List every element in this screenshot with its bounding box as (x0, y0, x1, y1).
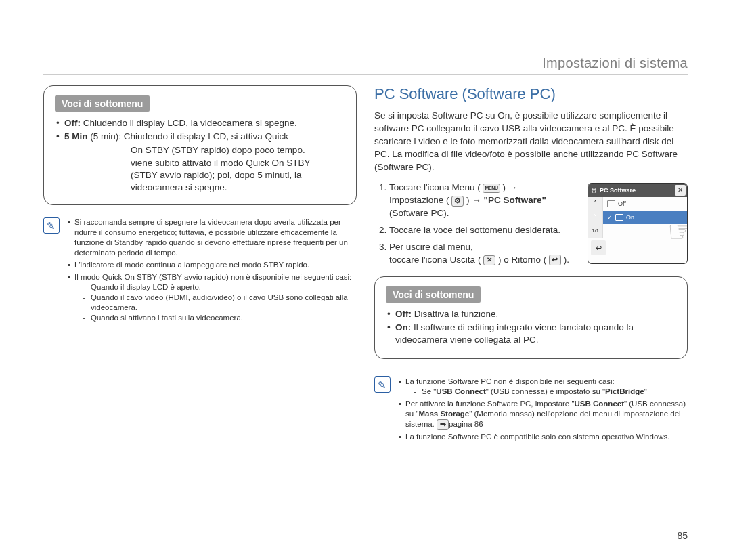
dash-3: Quando si attivano i tasti sulla videoca… (83, 313, 357, 323)
note-block-left: Si raccomanda sempre di spegnere la vide… (43, 217, 357, 324)
screen-down-button[interactable]: ˅ (588, 211, 603, 224)
note-body-right: La funzione Software PC non è disponibil… (397, 376, 688, 444)
note-icon-r (374, 376, 391, 393)
close-icon (483, 255, 495, 265)
d1d: PictBridge (605, 387, 644, 395)
screen-titlebar: ⚙ PC Software ✕ (588, 184, 687, 197)
note-body-left: Si raccomanda sempre di spegnere la vide… (66, 217, 357, 324)
s1c: Impostazione ( (389, 195, 449, 205)
submenu-item-5min: 5 Min (5 min): Chiudendo il display LCD,… (55, 131, 345, 143)
off-icon (607, 200, 615, 207)
r-off-text: Disattiva la funzione. (412, 309, 498, 319)
s1e-bold: "PC Software" (484, 195, 546, 205)
screen-row-off: ˄ Off (588, 197, 687, 211)
on-label: On (626, 214, 634, 221)
screen-row-page: 1/1 (588, 224, 687, 238)
cont-l3: viene subito attivato il modo Quick On S… (55, 157, 345, 169)
n2f: pagina 86 (449, 420, 483, 428)
on-check-icon: ✓ (607, 214, 613, 221)
menu-icon (483, 184, 500, 193)
on-icon (615, 214, 623, 221)
link-icon (437, 419, 449, 430)
s1e-rest: (Software PC). (389, 208, 449, 218)
dash-2: Quando il cavo video (HDMI, audio/video)… (83, 293, 357, 313)
screen-up-button[interactable]: ˄ (588, 197, 603, 211)
off-label: Off (618, 200, 626, 207)
d1b: USB Connect (436, 387, 485, 395)
s3d: ). (564, 255, 569, 265)
s3b: toccare l'icona Uscita ( (389, 255, 481, 265)
text-off: Chiudendo il display LCD, la videocamera… (81, 118, 297, 128)
step-3: Per uscire dal menu, toccare l'icona Usc… (389, 241, 571, 267)
rdash-1: Se "USB Connect" (USB connessa) è impost… (414, 387, 688, 397)
submenu-item-off: Off: Chiudendo il display LCD, la videoc… (55, 117, 345, 129)
gear-icon (451, 196, 464, 207)
n2a: Per attivare la funzione Software PC, im… (405, 400, 575, 408)
s3a: Per uscire dal menu, (389, 242, 473, 252)
cont-l2: On STBY (STBY rapido) dopo poco tempo. (55, 144, 345, 156)
manual-page: Impostazioni di sistema Voci di sottomen… (0, 0, 731, 560)
l1: Chiudendo il display LCD, si attiva Quic… (124, 131, 288, 142)
submenu-item-off-r: Off: Disattiva la funzione. (386, 308, 676, 320)
r-off-bold: Off: (395, 309, 412, 319)
intro-paragraph: Se si imposta Software PC su On, è possi… (374, 110, 688, 173)
rnote-1-text: La funzione Software PC non è disponibil… (405, 377, 615, 385)
note-l-3: Il modo Quick On STBY (STBY avvio rapido… (66, 272, 357, 323)
screen-option-off[interactable]: Off (603, 200, 687, 207)
n2b: USB Connect (575, 400, 624, 408)
d1c: " (USB connessa) è impostato su " (486, 387, 605, 395)
right-column: PC Software (Software PC) Se si imposta … (374, 85, 688, 533)
note-l-2: L'indicatore di modo continua a lampeggi… (66, 260, 357, 270)
submenu-box-left: Voci di sottomenu Off: Chiudendo il disp… (43, 85, 357, 205)
cont-l5: videocamera si spegne. (55, 181, 345, 194)
note-l-1: Si raccomanda sempre di spegnere la vide… (66, 217, 357, 258)
screen-row-on: ˅ ✓ On (588, 211, 687, 224)
section-heading: Impostazioni di sistema (542, 56, 688, 71)
section-title: PC Software (Software PC) (374, 85, 688, 103)
r-on-bold: On: (395, 322, 411, 332)
header-rule (43, 74, 688, 75)
d1a: Se " (422, 387, 436, 395)
note-list-left: Si raccomanda sempre di spegnere la vide… (66, 217, 357, 322)
step-2: Toccare la voce del sottomenu desiderata… (389, 224, 571, 237)
s1a: Toccare l'icona Menu ( (389, 182, 481, 192)
screen-page-indicator: 1/1 (588, 224, 603, 238)
step-1: Toccare l'icona Menu ( ) → Impostazione … (389, 181, 571, 220)
two-column-layout: Voci di sottomenu Off: Chiudendo il disp… (43, 85, 688, 533)
dash-1: Quando il display LCD è aperto. (83, 282, 357, 293)
steps-list: Toccare l'icona Menu ( ) → Impostazione … (374, 181, 571, 266)
screen-close-button[interactable]: ✕ (675, 185, 686, 196)
screen-gear-icon: ⚙ (591, 187, 597, 194)
rnote-3: La funzione Software PC è compatibile so… (397, 432, 688, 442)
screen-title: PC Software (600, 187, 636, 194)
submenu-list-right: Off: Disattiva la funzione. On: Il softw… (386, 308, 676, 347)
submenu-title-right: Voci di sottomenu (386, 286, 481, 303)
rnote-2: Per attivare la funzione Software PC, im… (397, 399, 688, 430)
s1d: ) (466, 195, 472, 205)
note-l-3-text: Il modo Quick On STBY (STBY avvio rapido… (74, 273, 351, 281)
submenu-item-on-r: On: Il software di editing integrato vie… (386, 322, 676, 346)
note-icon (43, 217, 60, 234)
submenu-box-right: Voci di sottomenu Off: Disattiva la funz… (374, 276, 688, 360)
note-block-right: La funzione Software PC non è disponibil… (374, 376, 688, 444)
s3c: ) o Ritorno ( (498, 255, 546, 265)
note-list-right: La funzione Software PC non è disponibil… (397, 376, 688, 442)
paren-5min: (5 min): (88, 131, 124, 142)
camera-screen: ⚙ PC Software ✕ ˄ Off ˅ ✓ On (588, 183, 688, 264)
page-number: 85 (677, 530, 688, 541)
note-l-dashes: Quando il display LCD è aperto. Quando i… (74, 282, 357, 323)
submenu-list-left: Off: Chiudendo il display LCD, la videoc… (55, 117, 345, 143)
r-on-text: Il software di editing integrato viene l… (395, 322, 634, 345)
label-5min: 5 Min (64, 131, 88, 142)
screen-back-button[interactable]: ↩ (591, 240, 606, 255)
rnote-1: La funzione Software PC non è disponibil… (397, 376, 688, 397)
screen-option-on[interactable]: ✓ On (603, 214, 687, 221)
submenu-title-left: Voci di sottomenu (55, 95, 150, 112)
d1e: " (644, 387, 647, 395)
s1b: ) (503, 182, 508, 192)
rnote-1-dashes: Se "USB Connect" (USB connessa) è impost… (405, 387, 688, 397)
label-off: Off: (64, 118, 81, 128)
cont-l4: (STBY avvio rapido); poi, dopo 5 minuti,… (55, 169, 345, 181)
back-icon (549, 255, 561, 265)
n2d: Mass Storage (418, 410, 469, 418)
